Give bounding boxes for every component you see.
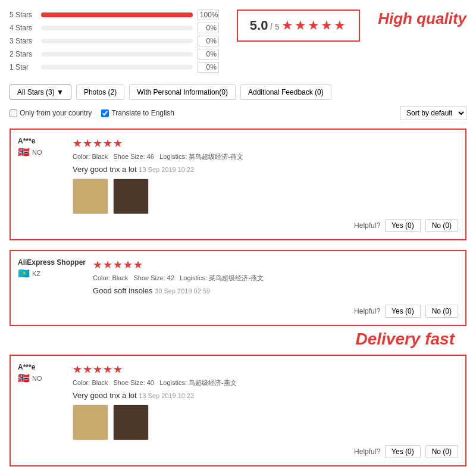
size-label: Shoe Size: [134,274,165,281]
reviewer-col: A***e 🇳🇴 NO ★★★★★ Color: Black Shoe Size… [18,137,458,214]
review-img-1 [73,405,108,440]
logistics-value: 鸟超级经济-燕文 [189,379,237,386]
review-wrapper-2: A***e 🇳🇴 NO ★★★★★ Color: Black Shoe Size… [10,355,466,466]
stars-breakdown: 5 Stars 100% 4 Stars 0% 3 Stars 0% 2 Sta… [10,10,219,75]
no-button[interactable]: No (0) [425,305,458,318]
size-value: 42 [167,274,174,281]
review-img-2 [113,405,149,440]
filter-tab-additional-feedback[interactable]: Additional Feedback (0) [240,84,331,100]
review-date: 13 Sep 2019 10:22 [139,392,194,399]
only-country-label: Only from your country [20,109,92,117]
bar-fill [41,12,193,17]
high-quality-annotation: High quality [378,10,466,28]
size-label: Shoe Size: [113,153,145,160]
flag-icon: 🇳🇴 [18,372,30,384]
helpful-row: Helpful? Yes (0) No (0) [18,219,458,232]
review-stars: ★★★★★ [93,258,458,271]
review-card-0: A***e 🇳🇴 NO ★★★★★ Color: Black Shoe Size… [10,129,466,240]
overall-stars: ★★★★★ [281,18,347,33]
color-label: Color: [73,153,90,160]
star-label: 1 Star [10,63,36,71]
pct-label: 100% [198,10,219,20]
logistics-label: Logistics: [159,379,187,386]
review-wrapper-0: A***e 🇳🇴 NO ★★★★★ Color: Black Shoe Size… [10,129,466,240]
flag-icon: 🇳🇴 [18,146,30,158]
bar-bg [41,26,193,30]
filter-tab-all-stars[interactable]: All Stars (3) ▼ [10,84,71,100]
reviewer-col: A***e 🇳🇴 NO ★★★★★ Color: Black Shoe Size… [18,363,458,440]
helpful-row: Helpful? Yes (0) No (0) [18,305,458,318]
review-stars: ★★★★★ [73,363,458,376]
color-value: Black [92,153,108,160]
reviewer-country: 🇳🇴 NO [18,372,65,384]
bar-bg [41,12,193,17]
review-text: Very good tnx a lot 13 Sep 2019 10:22 [73,391,458,400]
translate-checkbox[interactable] [101,109,109,117]
overall-rating-box: 5.0 / 5 ★★★★★ [237,10,360,42]
yes-button[interactable]: Yes (0) [385,219,421,232]
review-img-2 [113,178,149,214]
only-country-checkbox[interactable] [10,109,17,117]
reviewer-info: AliExpress Shopper 🇰🇿 KZ [18,258,86,300]
yes-button[interactable]: Yes (0) [385,445,421,458]
star-row: 4 Stars 0% [10,23,219,33]
translate-label: Translate to English [111,109,174,117]
no-button[interactable]: No (0) [425,445,458,458]
review-text: Very good tnx a lot 13 Sep 2019 10:22 [73,165,458,174]
review-meta: Color: Black Shoe Size: 40 Logistics: 鸟超… [73,378,458,387]
pct-label: 0% [198,49,219,60]
review-meta: Color: Black Shoe Size: 42 Logistics: 菜鸟… [93,274,458,283]
logistics-value: 菜鸟超级经济-燕文 [189,153,243,160]
review-stars: ★★★★★ [73,137,458,150]
filter-tab-personal-info[interactable]: With Personal Information(0) [129,84,236,100]
review-images [73,178,458,214]
pct-label: 0% [198,62,219,73]
options-row: Only from your country Translate to Engl… [10,106,466,120]
delivery-fast-annotation: Delivery fast [10,330,466,349]
reviewer-name: AliExpress Shopper [18,258,86,267]
reviewer-country: 🇳🇴 NO [18,146,65,158]
review-date: 30 Sep 2019 02:59 [155,287,210,295]
color-value: Black [92,379,108,386]
helpful-row: Helpful? Yes (0) No (0) [18,445,458,458]
review-card-2: A***e 🇳🇴 NO ★★★★★ Color: Black Shoe Size… [10,355,466,466]
color-label: Color: [73,379,90,386]
star-label: 4 Stars [10,24,36,32]
review-meta: Color: Black Shoe Size: 46 Logistics: 菜鸟… [73,152,458,161]
reviewer-col: AliExpress Shopper 🇰🇿 KZ ★★★★★ Color: Bl… [18,258,458,300]
star-row: 2 Stars 0% [10,49,219,60]
color-value: Black [112,274,128,281]
filter-tabs: All Stars (3) ▼Photos (2)With Personal I… [10,84,466,100]
reviewer-name: A***e [18,137,65,145]
bar-bg [41,52,193,57]
review-wrapper-1: AliExpress Shopper 🇰🇿 KZ ★★★★★ Color: Bl… [10,250,466,349]
no-button[interactable]: No (0) [425,219,458,232]
review-body: ★★★★★ Color: Black Shoe Size: 46 Logisti… [73,137,458,214]
helpful-label: Helpful? [354,221,380,230]
size-value: 46 [147,153,154,160]
pct-label: 0% [198,36,219,46]
review-body: ★★★★★ Color: Black Shoe Size: 40 Logisti… [73,363,458,440]
country-code: KZ [32,270,40,277]
pct-label: 0% [198,23,219,33]
reviews-container: A***e 🇳🇴 NO ★★★★★ Color: Black Shoe Size… [10,129,466,466]
translate-checkbox-label[interactable]: Translate to English [101,109,174,117]
filter-tab-photos[interactable]: Photos (2) [76,84,124,100]
star-label: 3 Stars [10,37,36,45]
review-text: Good soft insoles 30 Sep 2019 02:59 [93,286,458,295]
review-images [73,405,458,440]
country-code: NO [32,375,42,382]
reviewer-country: 🇰🇿 KZ [18,268,86,279]
sort-select[interactable]: Sort by defaultMost recentMost helpful [400,106,466,120]
rating-summary: 5 Stars 100% 4 Stars 0% 3 Stars 0% 2 Sta… [10,10,466,75]
country-code: NO [32,149,42,156]
logistics-label: Logistics: [180,274,207,281]
helpful-label: Helpful? [354,447,380,456]
reviewer-info: A***e 🇳🇴 NO [18,137,65,214]
only-country-checkbox-label[interactable]: Only from your country [10,109,92,117]
helpful-label: Helpful? [354,307,380,315]
review-body: ★★★★★ Color: Black Shoe Size: 42 Logisti… [93,258,458,300]
review-img-1 [73,178,108,214]
yes-button[interactable]: Yes (0) [385,305,421,318]
star-row: 3 Stars 0% [10,36,219,46]
